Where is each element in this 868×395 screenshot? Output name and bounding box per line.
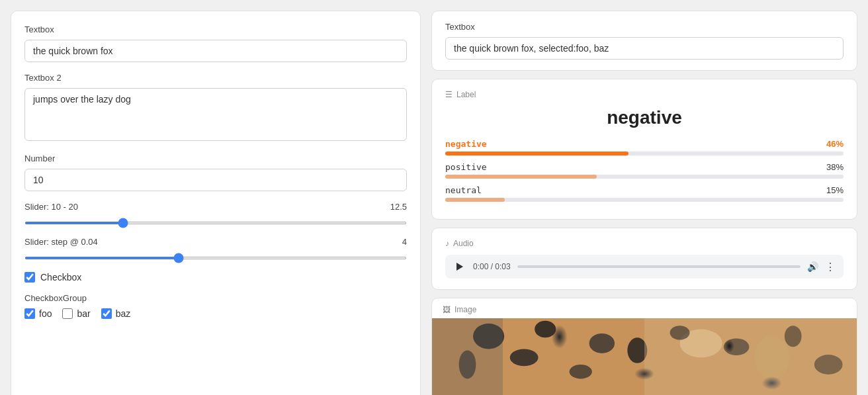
checkbox-group-row: foo bar baz <box>24 308 407 319</box>
slider2-input[interactable] <box>24 257 407 259</box>
audio-player: 0:00 / 0:03 🔊 ⋮ <box>445 255 844 279</box>
svg-point-14 <box>814 355 843 374</box>
svg-point-10 <box>754 336 790 378</box>
volume-icon[interactable]: 🔊 <box>807 261 818 272</box>
right-textbox-label: Textbox <box>445 22 844 32</box>
svg-point-12 <box>724 338 750 355</box>
label-icon: ☰ <box>445 90 453 99</box>
svg-point-7 <box>627 337 647 363</box>
bar-negative-name: negative <box>445 139 487 149</box>
bar-positive-fill <box>445 175 597 179</box>
label-section-header: ☰ Label <box>445 90 844 99</box>
bar-neutral-bg <box>445 198 844 202</box>
number-input[interactable] <box>24 169 407 191</box>
slider2-label: Slider: step @ 0.04 <box>24 237 98 247</box>
checkbox-bar-label: bar <box>77 308 90 319</box>
textbox2-field: Textbox 2 <box>24 73 407 143</box>
checkbox-foo-label: foo <box>39 308 52 319</box>
checkbox-field: Checkbox <box>24 272 407 283</box>
right-textbox-input[interactable] <box>445 37 844 60</box>
checkbox-item-baz: baz <box>101 308 131 319</box>
checkbox-item-bar: bar <box>62 308 90 319</box>
checkbox-input[interactable] <box>24 272 35 283</box>
image-section-header: 🖼 Image <box>432 298 857 318</box>
bar-neutral-fill <box>445 198 505 202</box>
checkbox-baz-input[interactable] <box>101 308 112 319</box>
checkbox-group-label: CheckboxGroup <box>24 293 407 303</box>
checkbox-baz-label: baz <box>116 308 131 319</box>
predicted-label: negative <box>445 107 844 128</box>
svg-point-2 <box>535 321 556 338</box>
svg-point-6 <box>570 365 592 378</box>
more-options-icon[interactable]: ⋮ <box>825 261 836 273</box>
image-container <box>432 318 857 395</box>
audio-section-title: Audio <box>453 239 474 248</box>
bar-negative-fill <box>445 152 629 155</box>
svg-point-4 <box>459 351 476 379</box>
textbox1-input[interactable] <box>24 40 407 62</box>
number-label: Number <box>24 154 407 163</box>
svg-rect-15 <box>432 318 503 395</box>
image-display <box>432 318 857 395</box>
svg-rect-0 <box>432 318 857 395</box>
checkbox-item-foo: foo <box>24 308 52 319</box>
bar-neutral: neutral 15% <box>445 185 844 202</box>
svg-point-5 <box>510 349 539 366</box>
play-icon <box>456 263 463 271</box>
slider2-field: Slider: step @ 0.04 4 <box>24 237 407 261</box>
checkbox-group-field: CheckboxGroup foo bar baz <box>24 293 407 319</box>
slider1-input[interactable] <box>24 222 407 224</box>
svg-point-13 <box>785 326 802 347</box>
slider2-value: 4 <box>402 237 407 247</box>
audio-progress-bar[interactable] <box>517 265 801 268</box>
image-section: 🖼 Image <box>431 298 857 395</box>
slider1-label: Slider: 10 - 20 <box>24 202 78 212</box>
svg-point-11 <box>670 326 690 339</box>
textbox2-input[interactable] <box>24 88 407 141</box>
checkbox-foo-input[interactable] <box>24 308 35 319</box>
number-field: Number <box>24 154 407 191</box>
bar-negative-bg <box>445 152 844 155</box>
bar-neutral-name: neutral <box>445 185 482 195</box>
bar-positive-percent: 38% <box>826 162 844 172</box>
audio-time: 0:00 / 0:03 <box>473 262 511 271</box>
bar-positive-bg <box>445 175 844 179</box>
svg-point-3 <box>589 333 615 353</box>
image-svg <box>432 318 857 395</box>
slider1-value: 12.5 <box>390 202 407 212</box>
bar-positive: positive 38% <box>445 162 844 179</box>
svg-point-9 <box>680 329 722 358</box>
audio-icon: ♪ <box>445 239 449 248</box>
right-panel: Textbox ☰ Label negative negative 46% po… <box>431 11 857 395</box>
textbox2-label: Textbox 2 <box>24 73 407 83</box>
bar-negative: negative 46% <box>445 139 844 155</box>
checkbox-bar-input[interactable] <box>62 308 73 319</box>
right-textbox-section: Textbox <box>431 11 857 71</box>
label-section: ☰ Label negative negative 46% positive 3… <box>431 79 857 220</box>
audio-section: ♪ Audio 0:00 / 0:03 🔊 ⋮ <box>431 228 857 290</box>
bar-positive-name: positive <box>445 162 487 172</box>
play-button[interactable] <box>453 260 466 273</box>
bar-neutral-percent: 15% <box>826 185 844 195</box>
textbox1-label: Textbox <box>24 24 407 34</box>
svg-rect-8 <box>644 318 857 395</box>
svg-point-1 <box>473 324 504 349</box>
label-section-title: Label <box>456 90 476 99</box>
audio-section-header: ♪ Audio <box>445 239 844 248</box>
image-section-title: Image <box>455 305 476 314</box>
bar-negative-percent: 46% <box>826 139 844 149</box>
checkbox-label: Checkbox <box>40 272 81 283</box>
image-icon: 🖼 <box>443 305 451 314</box>
slider1-field: Slider: 10 - 20 12.5 <box>24 202 407 226</box>
textbox1-field: Textbox <box>24 24 407 62</box>
left-panel: Textbox Textbox 2 Number Slider: 10 - 20… <box>11 11 421 395</box>
